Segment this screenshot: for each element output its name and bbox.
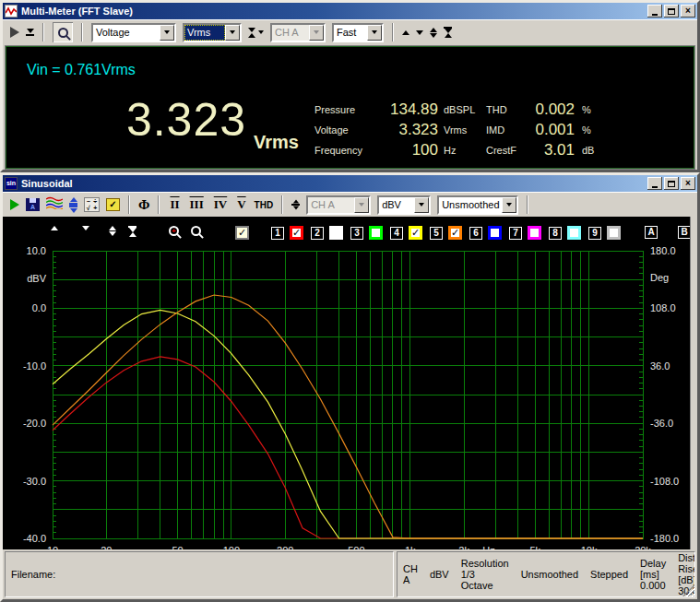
start-button[interactable] bbox=[10, 27, 19, 38]
compress-icon-top bbox=[248, 28, 255, 32]
divide-glyph: ÷ bbox=[93, 198, 97, 205]
expand-scale-button[interactable] bbox=[430, 28, 437, 38]
blue-box-icon bbox=[69, 203, 77, 207]
thd-button[interactable]: THD bbox=[255, 200, 274, 210]
reading-value: 134.89 bbox=[374, 100, 444, 119]
maximize-button[interactable] bbox=[664, 5, 679, 18]
reading-label: THD bbox=[486, 104, 525, 115]
compress-display-button[interactable] bbox=[248, 28, 264, 38]
reading-value: 0.001 bbox=[525, 121, 582, 139]
x-axis-tick-label: 5k bbox=[529, 545, 540, 549]
unit-combo-dropdown[interactable] bbox=[414, 197, 429, 213]
x-axis-tick-label: 20k bbox=[635, 545, 651, 549]
autoscale-icon-bottom bbox=[445, 33, 452, 38]
function-combo[interactable]: Voltage bbox=[91, 23, 176, 42]
autorange-button[interactable] bbox=[69, 197, 77, 213]
expand-icon-top bbox=[430, 28, 437, 32]
minimize-icon bbox=[652, 14, 658, 16]
reading-unit: Hz bbox=[444, 145, 486, 156]
settings-button[interactable]: ✓ bbox=[106, 198, 120, 211]
right-axis-tick-label: -180.0 bbox=[650, 533, 679, 544]
minimize-button[interactable] bbox=[647, 5, 662, 18]
arrow-down-icon bbox=[416, 30, 423, 35]
status-segment-1: dBV bbox=[430, 569, 449, 580]
minimize-button[interactable] bbox=[647, 177, 662, 190]
plus-glyph: + bbox=[93, 205, 97, 211]
minimize-icon bbox=[652, 186, 658, 188]
chart-region: + ✓1✓234✓5✓6789AB 10.00.0-10.0-20.0-30.0… bbox=[3, 217, 697, 549]
sinusoidal-titlebar[interactable]: sin Sinusoidal × bbox=[3, 175, 697, 192]
close-button[interactable]: × bbox=[681, 177, 695, 190]
status-segment-4: Stepped bbox=[590, 569, 628, 580]
toolbar-separator bbox=[527, 195, 528, 214]
channel-combo-value: CH A bbox=[272, 25, 309, 41]
reading-unit: % bbox=[582, 104, 610, 115]
right-axis-unit-label: Deg bbox=[650, 272, 669, 283]
x-axis-tick-label: 1k bbox=[405, 545, 416, 549]
x-axis-tick-label: 100 bbox=[223, 545, 240, 549]
multimeter-titlebar[interactable]: Multi-Meter (FFT Slave) × bbox=[3, 3, 697, 19]
function-combo-dropdown[interactable] bbox=[160, 25, 174, 41]
reading-value: 3.01 bbox=[525, 141, 582, 159]
plot-canvas: 10.00.0-10.0-20.0-30.0-40.0dBV180.0108.0… bbox=[3, 217, 690, 549]
close-button[interactable]: × bbox=[681, 5, 695, 18]
harmonic-2-button[interactable]: II bbox=[168, 197, 181, 212]
reset-minmax-button[interactable] bbox=[26, 29, 34, 36]
harmonic-5-button[interactable]: V bbox=[235, 197, 247, 212]
y-axis-tick-label: -40.0 bbox=[23, 533, 46, 544]
toolbar-separator bbox=[281, 195, 283, 214]
maximize-button[interactable] bbox=[664, 177, 679, 190]
sqrt-glyph: √ bbox=[87, 205, 90, 211]
math-tools-button[interactable]: −÷√+ bbox=[84, 197, 100, 212]
speed-combo-value: Fast bbox=[334, 25, 367, 41]
multimeter-app-icon bbox=[5, 5, 18, 18]
main-value-readout: 3.323 bbox=[57, 93, 246, 147]
channel-combo-dropdown[interactable] bbox=[309, 25, 324, 41]
speed-combo-dropdown[interactable] bbox=[367, 25, 382, 41]
table-row: Frequency 100 Hz CrestF 3.01 dB bbox=[314, 140, 610, 160]
y-axis-tick-label: 0.0 bbox=[32, 302, 46, 313]
y-scale-button[interactable] bbox=[291, 199, 300, 210]
harmonic-4-button[interactable]: IV bbox=[212, 197, 229, 212]
smoothing-combo[interactable]: Unsmoothed bbox=[437, 195, 518, 215]
overlay-curve-1-red bbox=[53, 357, 643, 538]
arrow-up-icon bbox=[402, 30, 409, 35]
table-row: Voltage 3.323 Vrms IMD 0.001 % bbox=[314, 120, 610, 140]
y-axis-tick-label: -20.0 bbox=[23, 418, 46, 429]
channel-combo-dropdown[interactable] bbox=[354, 197, 369, 213]
autoscale-button[interactable] bbox=[444, 27, 452, 38]
unit-combo-dropdown[interactable] bbox=[225, 25, 240, 41]
chevron-down-icon bbox=[506, 203, 512, 207]
smoothing-combo-dropdown[interactable] bbox=[502, 197, 516, 213]
unit-combo[interactable]: Vrms bbox=[183, 23, 242, 42]
window-edge-filler bbox=[690, 217, 697, 549]
magnifier-toggle-button[interactable] bbox=[53, 22, 73, 42]
overlay-curves-button[interactable] bbox=[46, 196, 63, 213]
unit-combo[interactable]: dBV bbox=[377, 195, 431, 215]
seek-bottom-icon bbox=[27, 29, 34, 33]
unit-combo-value: Vrms bbox=[184, 25, 225, 41]
chevron-down-icon bbox=[230, 30, 235, 34]
reading-label: IMD bbox=[486, 124, 525, 136]
channel-combo[interactable]: CH A bbox=[306, 195, 371, 215]
status-segment-2: Resolution 1/3 Octave bbox=[461, 558, 509, 591]
x-axis-tick-label: 10k bbox=[581, 545, 598, 549]
chevron-down-icon bbox=[359, 203, 364, 207]
save-button[interactable]: A bbox=[26, 198, 40, 211]
scale-up-button[interactable] bbox=[402, 30, 409, 35]
overlay-curve-5-orange bbox=[53, 295, 643, 538]
phase-button[interactable]: Φ bbox=[138, 197, 149, 213]
sinusoidal-title: Sinusoidal bbox=[21, 178, 647, 189]
harmonic-3-button[interactable]: III bbox=[188, 197, 206, 212]
expand-icon-bottom bbox=[430, 33, 437, 38]
y-axis-tick-label: -30.0 bbox=[23, 476, 46, 487]
reading-value: 3.323 bbox=[374, 121, 444, 139]
speed-combo[interactable]: Fast bbox=[332, 23, 384, 42]
status-segment-0: CH A bbox=[403, 563, 418, 585]
scale-down-button[interactable] bbox=[416, 30, 423, 35]
channel-combo[interactable]: CH A bbox=[270, 23, 326, 42]
go-button[interactable] bbox=[10, 199, 19, 210]
toolbar-separator bbox=[81, 23, 83, 41]
floppy-icon: A bbox=[26, 204, 40, 211]
input-level-readout: Vin = 0.761Vrms bbox=[27, 62, 136, 78]
